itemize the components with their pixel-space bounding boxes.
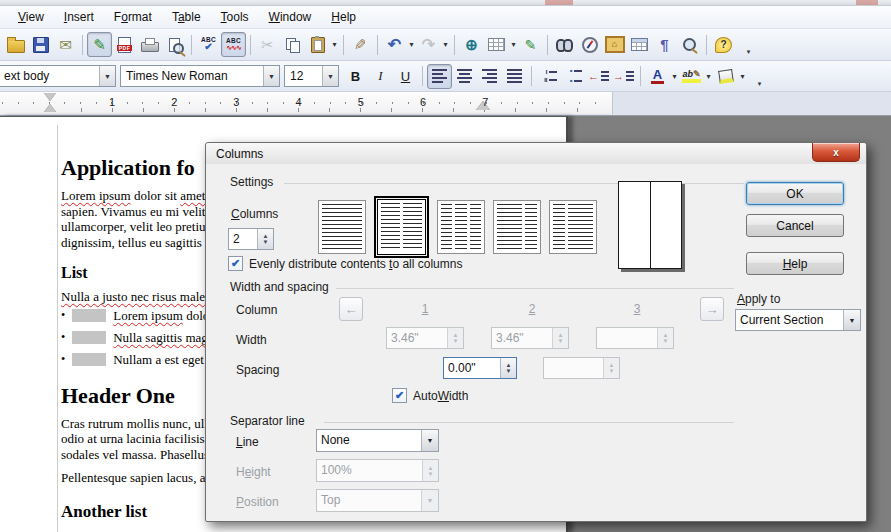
ruler-tab-stops <box>50 108 590 112</box>
evenly-distribute-checkbox[interactable]: ✔ Evenly distribute contents to all colu… <box>228 256 462 271</box>
draw-functions-icon[interactable]: ✎ <box>518 32 543 57</box>
email-icon[interactable]: ✉ <box>53 32 78 57</box>
align-center-button[interactable] <box>452 64 477 89</box>
italic-button[interactable]: I <box>368 64 393 89</box>
decrease-indent-button[interactable]: ← <box>586 64 611 89</box>
left-indent-marker[interactable] <box>44 93 56 101</box>
menu-view[interactable]: View <box>8 7 54 27</box>
menu-format[interactable]: Format <box>104 7 162 27</box>
auto-spellcheck-icon[interactable]: ABC∿∿∿ <box>221 32 246 57</box>
paste-icon[interactable] <box>305 32 330 57</box>
ok-button[interactable]: OK <box>746 182 844 205</box>
print-icon[interactable] <box>137 32 162 57</box>
find-replace-icon[interactable] <box>552 32 577 57</box>
chevron-down-icon[interactable]: ▼ <box>322 66 338 86</box>
chevron-down-icon[interactable]: ▼ <box>99 66 115 86</box>
line-style-combo[interactable]: None ▼ <box>316 429 439 452</box>
dialog-titlebar[interactable]: Columns x <box>206 143 866 164</box>
column-preset-3[interactable] <box>437 200 485 254</box>
data-sources-icon[interactable] <box>627 32 652 57</box>
export-pdf-icon[interactable]: PDF <box>112 32 137 57</box>
open-icon[interactable] <box>3 32 28 57</box>
preset-column <box>525 204 537 250</box>
menu-help[interactable]: Help <box>321 7 366 27</box>
autowidth-checkbox[interactable]: ✔ AutoWidth <box>392 388 468 403</box>
navigator-icon[interactable] <box>577 32 602 57</box>
toolbar-separator <box>531 66 532 86</box>
background-color-button[interactable] <box>713 64 738 89</box>
position-label: Position <box>236 495 279 509</box>
chevron-down-icon[interactable]: ▼ <box>263 66 279 86</box>
cancel-button[interactable]: Cancel <box>746 214 844 237</box>
font-size-combo[interactable]: 12 ▼ <box>284 65 339 87</box>
increase-indent-button[interactable]: → <box>611 64 636 89</box>
help-button[interactable]: Help <box>746 252 844 275</box>
formatting-marks-icon[interactable]: ¶ <box>652 32 677 57</box>
dropdown-arrow-icon[interactable]: ▾ <box>704 72 713 81</box>
copy-icon[interactable] <box>280 32 305 57</box>
align-left-button[interactable] <box>427 64 452 89</box>
placeholder-box <box>72 309 106 322</box>
insert-table-icon[interactable] <box>484 32 509 57</box>
bullet-icon: • <box>61 308 65 323</box>
spacing-field-2: ▲▼ <box>543 357 620 379</box>
preset-column <box>441 204 452 250</box>
chevron-down-icon[interactable]: ▼ <box>421 430 438 451</box>
highlighting-button[interactable]: ab✎ <box>679 64 704 89</box>
page-preview-icon[interactable] <box>162 32 187 57</box>
help-icon[interactable]: ? <box>711 32 736 57</box>
columns-preview <box>618 181 682 269</box>
align-justify-button[interactable] <box>502 64 527 89</box>
columns-count-spinner[interactable]: 2 ▲▼ <box>228 228 274 250</box>
ruler[interactable]: 1234567 <box>0 92 891 116</box>
format-paintbrush-icon[interactable]: ✎ <box>348 32 373 57</box>
dropdown-arrow-icon[interactable]: ▾ <box>670 72 679 81</box>
font-color-button[interactable]: A <box>645 64 670 89</box>
ruler-number: 7 <box>482 96 488 108</box>
apply-to-combo[interactable]: Current Section ▼ <box>735 309 861 331</box>
dropdown-arrow-icon[interactable]: ▾ <box>407 40 416 49</box>
column-preset-4[interactable] <box>493 200 541 254</box>
bold-button[interactable]: B <box>343 64 368 89</box>
width-spacing-group-label: Width and spacing <box>230 280 333 294</box>
gallery-icon[interactable]: ⌂ <box>602 32 627 57</box>
spinner-arrows-icon[interactable]: ▲▼ <box>257 229 273 249</box>
font-name-combo[interactable]: Times New Roman ▼ <box>120 65 280 87</box>
ruler-number: 5 <box>358 96 364 108</box>
dropdown-arrow-icon[interactable]: ▾ <box>509 40 518 49</box>
first-line-indent-marker[interactable] <box>44 104 56 112</box>
undo-icon[interactable]: ↶ <box>382 32 407 57</box>
width-value <box>597 328 657 348</box>
dropdown-arrow-icon[interactable]: ▾ <box>738 72 747 81</box>
toolbar-overflow-icon[interactable]: ▾ <box>747 64 772 89</box>
chevron-down-icon[interactable]: ▼ <box>843 310 860 330</box>
menu-table[interactable]: Table <box>162 7 211 27</box>
paragraph-style-combo[interactable]: ext body ▼ <box>0 65 116 87</box>
dropdown-arrow-icon[interactable]: ▾ <box>330 40 339 49</box>
menu-tools[interactable]: Tools <box>211 7 259 27</box>
close-icon[interactable]: x <box>812 143 860 162</box>
spacing-value: 0.00" <box>444 358 500 378</box>
spellcheck-icon[interactable]: ABC✔ <box>196 32 221 57</box>
spacing-field-1[interactable]: 0.00"▲▼ <box>443 357 517 379</box>
menu-insert[interactable]: Insert <box>54 7 104 27</box>
column-preset-2[interactable] <box>377 199 426 255</box>
column-preset-5[interactable] <box>549 200 597 254</box>
align-right-button[interactable] <box>477 64 502 89</box>
bullet-list-button[interactable]: •• <box>561 64 586 89</box>
save-icon[interactable] <box>28 32 53 57</box>
autowidth-label: AutoWidth <box>413 389 468 403</box>
hyperlink-icon[interactable]: ⊕ <box>459 32 484 57</box>
toolbar-overflow-icon[interactable]: ▾ <box>736 32 761 57</box>
zoom-icon[interactable] <box>677 32 702 57</box>
toolbar-separator <box>82 35 83 55</box>
column-preset-1[interactable] <box>318 200 366 254</box>
underline-button[interactable]: U <box>393 64 418 89</box>
spinner-arrows-icon[interactable]: ▲▼ <box>500 358 516 378</box>
edit-file-icon[interactable]: ✎ <box>87 32 112 57</box>
menu-window[interactable]: Window <box>259 7 322 27</box>
toolbar-separator <box>377 35 378 55</box>
numbered-list-button[interactable]: III <box>536 64 561 89</box>
preset-column <box>470 204 481 250</box>
preset-column <box>381 203 400 251</box>
